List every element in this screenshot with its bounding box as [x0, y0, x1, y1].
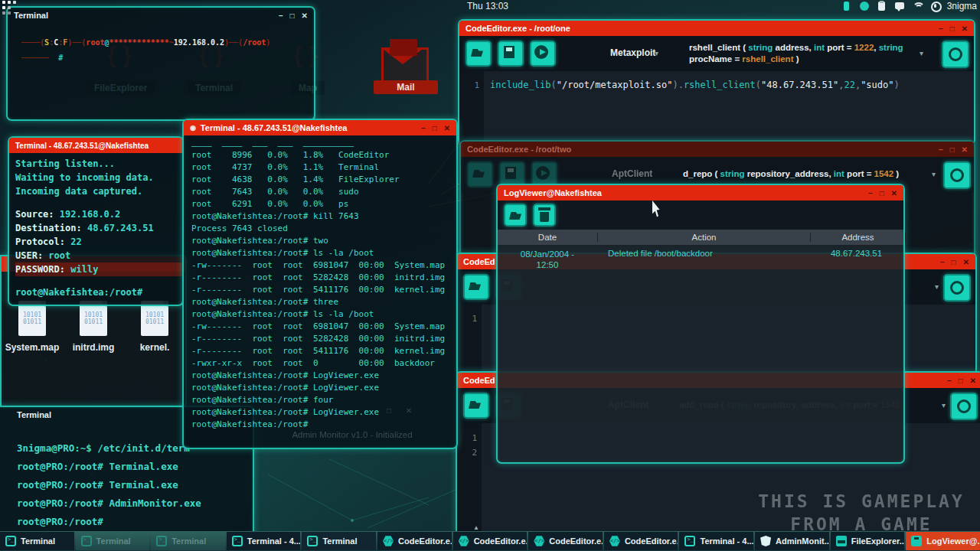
library-dropdown[interactable]: Metaxploit [610, 47, 655, 58]
taskbar-item[interactable]: FileExplorer... [831, 532, 905, 550]
minimize-button[interactable]: – [947, 377, 952, 385]
log-row[interactable]: 08/Jan/2004 -12:50 Deleted file /boot/ba… [498, 245, 903, 270]
mail-icon[interactable] [381, 47, 429, 83]
status-icon[interactable] [877, 1, 887, 11]
taskbar-item[interactable]: Terminal [302, 532, 376, 550]
username[interactable]: 3nigma [947, 1, 977, 11]
close-button[interactable]: ✕ [962, 24, 968, 33]
delete-log-button[interactable] [533, 204, 556, 227]
open-log-button[interactable] [504, 204, 527, 227]
text-line: root@Nakefishtea:/root# ls -la /boot [191, 308, 456, 321]
titlebar[interactable]: Terminal - 48.67.243.51@Nakefishtea [9, 138, 182, 153]
titlebar[interactable]: CodeEditor.exe - /root/one –□✕ [459, 21, 974, 36]
minimize-button[interactable]: – [421, 124, 426, 132]
taskbar-item[interactable]: AdminMonit... [755, 532, 829, 550]
code-area[interactable]: 1 include_lib("/root/metaxploit.so").rsh… [459, 71, 974, 143]
minimize-button[interactable]: – [939, 24, 943, 33]
file-item[interactable]: System.map [2, 301, 62, 353]
text-segment: )──( [224, 38, 243, 47]
column-header[interactable]: Date [498, 233, 598, 242]
desktop-label-mail[interactable]: Mail [374, 80, 438, 94]
save-button[interactable] [498, 41, 524, 67]
target-button[interactable] [942, 41, 969, 68]
text-segment: 22 [844, 80, 854, 90]
maximize-button[interactable]: □ [959, 377, 963, 385]
text-segment: Incoming data captured. [15, 186, 142, 197]
column-header[interactable]: Action [598, 233, 811, 242]
minimize-button[interactable]: – [279, 11, 283, 20]
maximize-button[interactable]: □ [290, 11, 295, 20]
run-button[interactable] [530, 41, 556, 67]
chevron-down-icon[interactable]: ▾ [935, 282, 939, 291]
titlebar[interactable]: CodeEditor.exe - /root/two –□✕ [461, 142, 974, 157]
target-button[interactable] [943, 274, 971, 302]
minimize-button[interactable]: – [939, 145, 943, 154]
taskbar-item-label: Terminal - 4... [700, 536, 753, 546]
minimize-button[interactable]: – [868, 189, 873, 197]
line-numbers: 1 [459, 71, 484, 143]
taskbar-item[interactable]: CodeEditor.e... [377, 532, 452, 550]
close-button[interactable]: ✕ [891, 189, 897, 197]
chevron-down-icon[interactable]: ▾ [920, 49, 923, 57]
taskbar-item[interactable]: Terminal [76, 532, 150, 550]
taskbar-item[interactable]: Terminal - 4... [679, 532, 753, 550]
logviewer-toolbar [498, 201, 903, 230]
chevron-down-icon[interactable]: ▾ [942, 401, 946, 409]
text-segment: address, [773, 43, 814, 52]
open-file-button[interactable] [466, 41, 492, 67]
chevron-down-icon[interactable]: ▾ [655, 49, 658, 57]
status-icon[interactable] [859, 1, 870, 11]
file-item[interactable]: initrd.img [64, 301, 123, 353]
text-segment: root 6291 0.0% 0.0% ps [191, 199, 348, 209]
open-file-button[interactable] [463, 393, 489, 419]
text-segment: root@PRO:/root# AdminMonitor.exe [17, 497, 201, 509]
column-header[interactable]: Address [811, 233, 906, 242]
minimize-button[interactable]: – [940, 258, 945, 266]
taskbar-item[interactable]: LogViewer@... [906, 532, 980, 550]
text-segment: "/root/metaxploit.so" [557, 80, 673, 90]
close-button[interactable]: ✕ [962, 145, 968, 154]
taskbar-item-label: CodeEditor.e... [549, 536, 603, 546]
taskbar-overflow-arrow[interactable]: ▲ [473, 524, 479, 531]
taskbar-item[interactable]: Terminal - 4... [227, 532, 301, 550]
terminal-content[interactable]: ──── ──── ─── ─── ──────────root 8996 0.… [184, 135, 456, 448]
window-title: CodeEditor.exe - /root/one [466, 24, 570, 33]
status-icon[interactable] [894, 1, 905, 11]
terminal-content[interactable]: Starting listen...Waiting to incoming da… [9, 152, 182, 305]
code-lines[interactable]: include_lib("/root/metaxploit.so").rshel… [484, 71, 900, 143]
text-segment: ────── [21, 54, 58, 62]
terminal-content[interactable]: ────(S:C:F)──(root@*************~192.168… [8, 23, 314, 119]
app-grid-icon[interactable] [2, 0, 17, 15]
target-button[interactable] [943, 161, 971, 189]
close-button[interactable]: ✕ [963, 258, 969, 266]
maximize-button[interactable]: □ [950, 24, 955, 33]
chevron-down-icon[interactable]: ▾ [932, 170, 936, 178]
maximize-button[interactable]: □ [952, 258, 956, 266]
maximize-button[interactable]: □ [880, 189, 884, 197]
file-item[interactable]: kernel. [125, 301, 185, 353]
close-button[interactable]: ✕ [970, 377, 976, 385]
close-button[interactable]: ✕ [302, 11, 308, 20]
status-icon[interactable] [912, 1, 923, 11]
titlebar[interactable]: LogViewer@Nakefishtea –□✕ [498, 185, 903, 201]
close-button[interactable]: ✕ [444, 124, 450, 132]
target-button[interactable] [950, 393, 978, 420]
status-icon[interactable] [929, 1, 940, 11]
library-dropdown[interactable]: AptClient [612, 168, 652, 179]
taskbar-item[interactable]: CodeEditor.e... [453, 532, 528, 550]
status-icon[interactable] [841, 1, 852, 11]
titlebar[interactable]: ◉ Terminal - 48.67.243.51@Nakefishtea –□… [184, 120, 456, 135]
taskbar-item[interactable]: Terminal [151, 532, 225, 550]
text-line: Starting listen... [15, 157, 182, 171]
taskbar-item[interactable]: CodeEditor.e... [604, 532, 678, 550]
text-segment: root 8996 0.0% 1.8% CodeEditor [191, 150, 389, 160]
open-file-button[interactable] [467, 161, 493, 187]
open-file-button[interactable] [463, 274, 489, 300]
function-signature[interactable]: rshell_client ( string address, int port… [689, 42, 946, 65]
function-signature[interactable]: d_repo ( string repository_address, int … [683, 168, 947, 180]
maximize-button[interactable]: □ [433, 124, 437, 132]
maximize-button[interactable]: □ [950, 145, 955, 154]
taskbar-item[interactable]: Terminal [0, 532, 74, 550]
text-segment: -rw------- root root 6981047 00:00 Syste… [191, 321, 445, 331]
taskbar-item[interactable]: CodeEditor.e... [528, 532, 603, 550]
